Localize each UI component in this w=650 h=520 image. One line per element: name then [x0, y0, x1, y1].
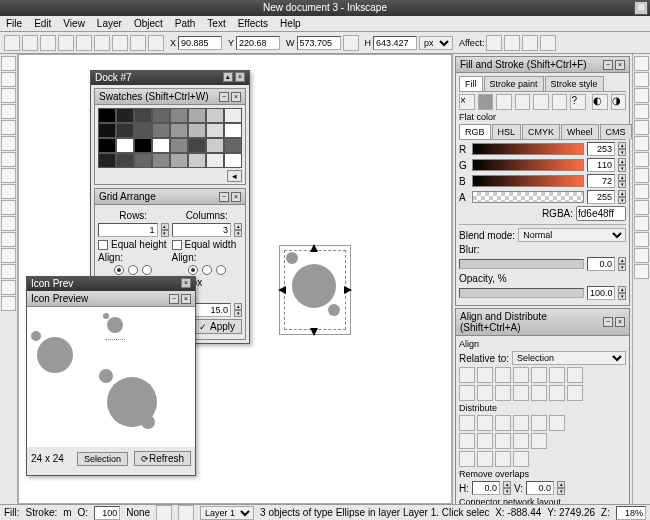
scale-handle-icon[interactable]	[278, 286, 286, 294]
y-input[interactable]	[236, 36, 280, 50]
w-input[interactable]	[297, 36, 341, 50]
v-input[interactable]	[526, 481, 554, 495]
paint-none-icon[interactable]: ×	[459, 94, 475, 110]
spin-down-icon[interactable]: ▾	[618, 293, 626, 300]
b-input[interactable]	[587, 174, 615, 188]
align-icon[interactable]	[513, 367, 529, 383]
snap-icon[interactable]	[634, 248, 649, 263]
paint-unknown-icon[interactable]: ?	[570, 94, 586, 110]
tool-icon[interactable]	[40, 35, 56, 51]
blur-slider[interactable]	[459, 259, 584, 269]
r-input[interactable]	[587, 142, 615, 156]
menu-effects[interactable]: Effects	[232, 16, 274, 31]
distribute-icon[interactable]	[459, 451, 475, 467]
panel-min-icon[interactable]: −	[219, 92, 229, 102]
zoom-tool-icon[interactable]	[1, 88, 16, 103]
align-icon[interactable]	[549, 385, 565, 401]
colormode-cms[interactable]: CMS	[600, 124, 632, 139]
ellipse-tool-icon[interactable]	[1, 136, 16, 151]
menu-path[interactable]: Path	[169, 16, 202, 31]
tool-icon[interactable]	[58, 35, 74, 51]
align-radio[interactable]	[188, 265, 198, 275]
panel-min-icon[interactable]: −	[603, 60, 613, 70]
lock-icon[interactable]	[343, 35, 359, 51]
align-radio[interactable]	[142, 265, 152, 275]
paint-lingrad-icon[interactable]	[496, 94, 512, 110]
spin-up-icon[interactable]: ▴	[161, 223, 169, 230]
affect-icon[interactable]	[522, 35, 538, 51]
snap-icon[interactable]	[634, 264, 649, 279]
h-input[interactable]	[472, 481, 500, 495]
spiral-tool-icon[interactable]	[1, 168, 16, 183]
snap-icon[interactable]	[634, 136, 649, 151]
rows-input[interactable]	[98, 223, 158, 237]
star-tool-icon[interactable]	[1, 152, 16, 167]
align-radio[interactable]	[114, 265, 124, 275]
apply-button[interactable]: ✓ Apply	[192, 319, 242, 334]
tab-fill[interactable]: Fill	[459, 76, 483, 91]
align-text-icon[interactable]	[567, 385, 583, 401]
selection-button[interactable]: Selection	[77, 452, 128, 466]
align-radio[interactable]	[128, 265, 138, 275]
menu-layer[interactable]: Layer	[91, 16, 128, 31]
panel-min-icon[interactable]: −	[603, 317, 613, 327]
menu-view[interactable]: View	[57, 16, 91, 31]
panel-close-icon[interactable]: ×	[615, 317, 625, 327]
bucket-tool-icon[interactable]	[1, 280, 16, 295]
close-icon[interactable]: ×	[235, 72, 245, 82]
spin-down-icon[interactable]: ▾	[557, 488, 565, 495]
connector-tool-icon[interactable]	[1, 296, 16, 311]
align-icon[interactable]	[459, 367, 475, 383]
text-tool-icon[interactable]	[1, 232, 16, 247]
align-icon[interactable]	[477, 385, 493, 401]
snap-icon[interactable]	[634, 168, 649, 183]
tool-icon[interactable]	[76, 35, 92, 51]
layer-select[interactable]: Layer 1	[200, 506, 254, 520]
align-icon[interactable]	[531, 385, 547, 401]
units-select[interactable]: px	[419, 36, 453, 50]
panel-close-icon[interactable]: ×	[181, 294, 191, 304]
pen-tool-icon[interactable]	[1, 200, 16, 215]
distribute-icon[interactable]	[513, 415, 529, 431]
pencil-tool-icon[interactable]	[1, 184, 16, 199]
selected-object[interactable]	[279, 245, 351, 335]
swatch-menu-icon[interactable]: ◂	[227, 170, 242, 182]
snap-icon[interactable]	[634, 88, 649, 103]
relative-to-select[interactable]: Selection	[512, 351, 626, 365]
tool-icon[interactable]	[4, 35, 20, 51]
align-icon[interactable]	[567, 367, 583, 383]
snap-icon[interactable]	[634, 72, 649, 87]
spin-up-icon[interactable]: ▴	[618, 257, 626, 264]
align-icon[interactable]	[495, 385, 511, 401]
spin-down-icon[interactable]: ▾	[618, 197, 626, 204]
scale-handle-icon[interactable]	[310, 244, 318, 252]
g-slider[interactable]	[472, 159, 584, 171]
snap-icon[interactable]	[634, 120, 649, 135]
align-icon[interactable]	[477, 367, 493, 383]
blend-select[interactable]: Normal	[518, 228, 626, 242]
panel-close-icon[interactable]: ×	[231, 92, 241, 102]
align-radio[interactable]	[202, 265, 212, 275]
rect-tool-icon[interactable]	[1, 104, 16, 119]
spin-down-icon[interactable]: ▾	[161, 230, 169, 237]
spin-up-icon[interactable]: ▴	[557, 481, 565, 488]
opacity-input[interactable]	[587, 286, 615, 300]
align-icon[interactable]	[531, 367, 547, 383]
colormode-cmyk[interactable]: CMYK	[522, 124, 560, 139]
panel-close-icon[interactable]: ×	[615, 60, 625, 70]
align-icon[interactable]	[495, 367, 511, 383]
colormode-hsl[interactable]: HSL	[492, 124, 522, 139]
rgba-input[interactable]	[576, 206, 626, 221]
gradient-tool-icon[interactable]	[1, 248, 16, 263]
menu-edit[interactable]: Edit	[28, 16, 57, 31]
colormode-rgb[interactable]: RGB	[459, 124, 491, 139]
spin-down-icon[interactable]: ▾	[234, 230, 242, 237]
distribute-icon[interactable]	[531, 433, 547, 449]
paint-radgrad-icon[interactable]	[515, 94, 531, 110]
scale-handle-icon[interactable]	[310, 328, 318, 336]
affect-icon[interactable]	[486, 35, 502, 51]
x-input[interactable]	[178, 36, 222, 50]
distribute-icon[interactable]	[459, 433, 475, 449]
tool-icon[interactable]	[112, 35, 128, 51]
snap-icon[interactable]	[634, 104, 649, 119]
